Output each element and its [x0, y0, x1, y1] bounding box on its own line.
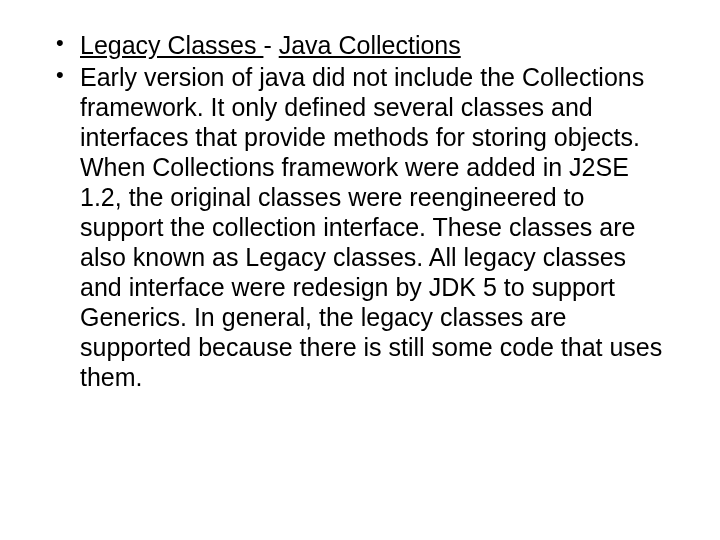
- body-text: Early version of java did not include th…: [80, 63, 662, 391]
- title-java-collections: Java Collections: [279, 31, 461, 59]
- title-separator: -: [263, 31, 278, 59]
- bullet-body: Early version of java did not include th…: [50, 62, 670, 392]
- bullet-title: Legacy Classes - Java Collections: [50, 30, 670, 60]
- bullet-list: Legacy Classes - Java Collections Early …: [50, 30, 670, 392]
- title-legacy-classes: Legacy Classes: [80, 31, 263, 59]
